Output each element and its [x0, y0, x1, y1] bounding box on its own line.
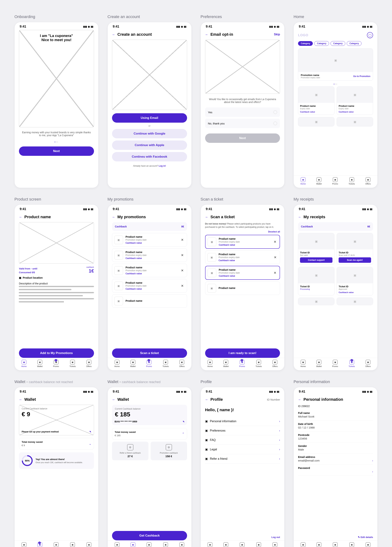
- back-icon[interactable]: ←: [298, 397, 302, 402]
- apple-button[interactable]: Continue with Apple: [112, 141, 187, 150]
- tab-promo[interactable]: 5▣Promo: [239, 360, 245, 367]
- back-icon[interactable]: ←: [205, 215, 209, 219]
- tab-offers[interactable]: ▣Offers: [272, 542, 278, 547]
- login-link[interactable]: Log in!: [159, 165, 166, 167]
- edit-details-link[interactable]: ✎ Edit details: [298, 534, 373, 540]
- close-icon[interactable]: ✕: [180, 284, 185, 288]
- promo-item[interactable]: ▣Product namePromotion expiry dateCashba…: [112, 264, 187, 277]
- tab-home[interactable]: ▣Home: [207, 360, 213, 367]
- chevron-down-icon[interactable]: ⌄: [89, 442, 91, 445]
- option-no[interactable]: No, thank you: [205, 119, 280, 128]
- tab-wallet[interactable]: 1▣Wallet: [37, 542, 42, 547]
- tab-home[interactable]: ▣Home: [207, 542, 213, 547]
- facebook-button[interactable]: Contineu with Facebook: [112, 152, 187, 161]
- tab-home[interactable]: ▣Home: [300, 542, 306, 547]
- back-icon[interactable]: ←: [112, 33, 116, 37]
- tab-wallet[interactable]: ▣Wallet: [316, 360, 322, 367]
- tab-home[interactable]: ▣Home: [300, 177, 306, 185]
- tab-tickets[interactable]: 2▣Tickets: [349, 360, 355, 367]
- back-icon[interactable]: ←: [19, 215, 22, 219]
- logout-link[interactable]: Log out: [205, 534, 280, 540]
- scan-item[interactable]: ▣Product namePromotion expiry dateCashba…: [205, 266, 280, 280]
- receipt-card[interactable]: ▣: [298, 298, 334, 305]
- add-promotions-button[interactable]: Add to My Promotions: [19, 349, 94, 358]
- tab-offers[interactable]: ▣Offers: [86, 542, 92, 547]
- menu-faq[interactable]: ▣FAQ›: [205, 435, 280, 445]
- category-pill[interactable]: Category: [298, 41, 313, 46]
- scan-ticket-button[interactable]: Scan a ticket: [112, 349, 187, 358]
- tab-wallet[interactable]: ▣Wallet: [130, 360, 136, 367]
- email-button[interactable]: Using Email: [112, 113, 187, 123]
- tab-home[interactable]: ▣Home: [114, 542, 120, 547]
- edit-icon[interactable]: ✎: [89, 431, 91, 433]
- tab-promo[interactable]: ▣Promo: [332, 542, 338, 547]
- product-card[interactable]: ▣Product nameExpiry dateCashback value: [298, 86, 334, 115]
- promo-item[interactable]: ▣Product namePromotion expiry dateCashba…: [112, 279, 187, 293]
- password-field[interactable]: Password›: [298, 465, 373, 475]
- ready-scan-button[interactable]: I am ready to scan!: [205, 349, 280, 358]
- menu-prefs[interactable]: ▣Preferences›: [205, 426, 280, 435]
- scan-again-button[interactable]: Scan me again!: [339, 257, 371, 263]
- close-icon[interactable]: ✕: [180, 253, 185, 257]
- tab-wallet[interactable]: ▣Wallet: [223, 360, 228, 367]
- receipt-card[interactable]: ▣Ticket IDApprovedCashback value: [337, 267, 373, 295]
- back-icon[interactable]: ←: [112, 215, 116, 219]
- tab-offers[interactable]: ▣Offers: [179, 542, 185, 547]
- scan-item[interactable]: ▣Product namePromotion expiry dateCashba…: [205, 251, 280, 264]
- category-pill[interactable]: Category: [314, 41, 329, 46]
- tab-promo[interactable]: ▣Promo: [146, 542, 152, 547]
- tab-promo[interactable]: ▣Promo: [332, 360, 338, 367]
- close-icon[interactable]: ✕: [273, 271, 277, 275]
- google-button[interactable]: Continue with Google: [112, 129, 187, 138]
- next-button[interactable]: Next: [205, 133, 280, 143]
- tab-promo[interactable]: 1▣Promo: [53, 360, 59, 367]
- tab-tickets[interactable]: ▣Tickets: [163, 360, 169, 367]
- receipt-card[interactable]: ▣Ticket IDProcessing: [298, 267, 334, 295]
- tab-home[interactable]: ▣Home: [21, 360, 27, 367]
- tab-promo[interactable]: ▣Promo: [332, 177, 338, 185]
- tab-offers[interactable]: ▣Offers: [365, 177, 371, 185]
- close-icon[interactable]: ✕: [180, 268, 185, 273]
- tab-tickets[interactable]: ▣Tickets: [69, 542, 76, 547]
- edit-icon[interactable]: ✎: [183, 420, 185, 423]
- receipt-card[interactable]: ▣Ticket IDNot validContact support: [298, 233, 334, 265]
- tab-offers[interactable]: ▣Offers: [365, 360, 371, 367]
- tab-home[interactable]: ▣Home: [114, 360, 120, 367]
- close-icon[interactable]: ✕: [273, 255, 278, 259]
- category-pill[interactable]: Category: [347, 41, 362, 46]
- product-card[interactable]: ▣: [337, 117, 373, 126]
- tab-home[interactable]: ▣Home: [21, 542, 27, 547]
- tab-wallet[interactable]: ▣Wallet: [223, 542, 228, 547]
- tab-tickets[interactable]: ▣Tickets: [349, 542, 355, 547]
- promotion-banner[interactable]: ▣ Promotion namePromotion expiry dateGo …: [298, 48, 373, 81]
- tab-tickets[interactable]: ▣Tickets: [69, 360, 76, 367]
- tab-offers[interactable]: ▣Offers: [86, 360, 92, 367]
- deselect-link[interactable]: Deselect all: [205, 231, 280, 233]
- promo-item[interactable]: ▣Product namePromotion expiry dateCashba…: [112, 248, 187, 262]
- menu-refer[interactable]: ▣Refer a friend›: [205, 454, 280, 464]
- tab-offers[interactable]: ▣Offers: [365, 542, 371, 547]
- back-icon[interactable]: ←: [298, 215, 302, 219]
- tab-tickets[interactable]: ▣Tickets: [349, 177, 355, 185]
- contact-support-button[interactable]: Contact support: [300, 257, 332, 263]
- tab-tickets[interactable]: ▣Tickets: [256, 542, 262, 547]
- product-card[interactable]: ▣: [298, 117, 334, 126]
- get-cashback-button[interactable]: Get Cashback: [112, 531, 187, 540]
- option-yes[interactable]: Yes: [205, 108, 280, 117]
- product-card[interactable]: ▣Product nameExpiry dateCashback value: [337, 86, 373, 115]
- tab-promo[interactable]: ▣Promo: [53, 542, 59, 547]
- close-icon[interactable]: ✕: [180, 238, 185, 242]
- tab-offers[interactable]: ▣Offers: [179, 360, 185, 367]
- tab-tickets[interactable]: ▣Tickets: [256, 360, 262, 367]
- tab-wallet[interactable]: ▣Wallet: [37, 360, 42, 367]
- back-icon[interactable]: ←: [112, 397, 116, 402]
- tab-promo[interactable]: 5▣Promo: [146, 360, 152, 367]
- receipt-card[interactable]: ▣: [337, 298, 373, 305]
- menu-legal[interactable]: ▣Legal›: [205, 445, 280, 454]
- back-icon[interactable]: ←: [205, 33, 209, 37]
- chevron-up-icon[interactable]: ⌃: [182, 432, 184, 436]
- back-icon[interactable]: ←: [205, 397, 209, 402]
- scan-item[interactable]: ▣Product name: [205, 281, 280, 295]
- email-field[interactable]: Email addressemail@email.com›: [298, 453, 373, 465]
- goto-promotion-link[interactable]: Go to Promotion: [353, 75, 370, 78]
